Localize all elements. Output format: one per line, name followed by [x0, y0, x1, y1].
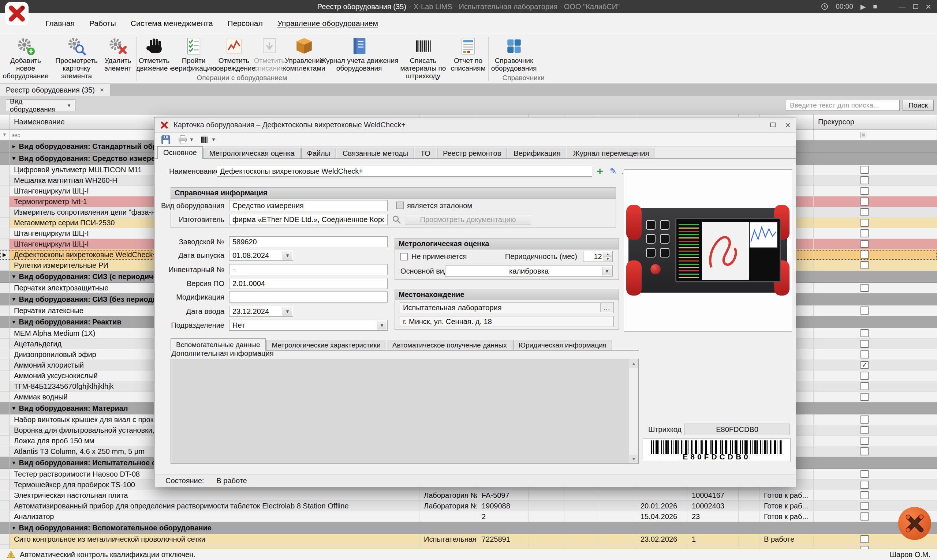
minimize-button[interactable]: — [898, 3, 906, 11]
precursor-checkbox[interactable] [860, 351, 869, 358]
commissioning-date-field[interactable]: 23.12.2024▼ [229, 306, 293, 317]
precursor-checkbox[interactable] [860, 166, 869, 174]
inventory-field[interactable]: - [229, 264, 388, 275]
precursor-checkbox[interactable] [860, 546, 869, 549]
writeoff-report-button[interactable]: Отчет по списаниям [446, 37, 490, 72]
precursor-checkbox[interactable] [860, 447, 869, 455]
search-docs-icon[interactable] [391, 215, 401, 224]
menu-item-works[interactable]: Работы [82, 15, 123, 31]
precursor-checkbox[interactable] [860, 176, 869, 185]
tab-main[interactable]: Основное [157, 146, 203, 159]
extra-info-textarea[interactable]: ▲▼ [171, 359, 639, 464]
expand-icon[interactable]: ▾ [12, 405, 15, 411]
tab-equipment-registry[interactable]: Реестр оборудования (35) × [0, 84, 110, 96]
expand-icon[interactable]: ▾ [12, 296, 15, 303]
menu-item-management-system[interactable]: Система менеджмента [123, 15, 220, 31]
menu-item-equipment-management[interactable]: Управление оборудованием [270, 15, 385, 31]
mark-movement-button[interactable]: Отметить движение ▾ [132, 37, 176, 73]
precursor-checkbox[interactable] [860, 535, 869, 543]
expand-icon[interactable]: ▾ [12, 318, 15, 325]
pass-verification-button[interactable]: Пройти верификацию [171, 37, 217, 72]
menu-item-home[interactable]: Главная [38, 15, 82, 31]
barcode-print-button[interactable]: ▼ [198, 134, 218, 146]
precursor-checkbox[interactable] [860, 340, 869, 348]
dialog-close-button[interactable]: × [785, 120, 791, 130]
location-field[interactable]: Испытательная лаборатория… [400, 302, 614, 313]
precursor-checkbox[interactable] [860, 491, 869, 499]
tab-files[interactable]: Файлы [301, 148, 336, 158]
chevron-down-icon[interactable]: ▼ [282, 251, 292, 260]
scroll-up-icon[interactable]: ▲ [629, 359, 638, 368]
add-equipment-button[interactable]: Добавить новое оборудование [1, 37, 51, 80]
modification-field[interactable] [229, 292, 388, 303]
precursor-checkbox[interactable] [860, 470, 869, 478]
precursor-checkbox[interactable] [860, 284, 869, 292]
expand-icon[interactable]: ▾ [12, 525, 15, 531]
save-button[interactable] [158, 134, 174, 146]
expand-icon[interactable]: ▾ [12, 273, 15, 280]
column-header-precursor[interactable]: Прекурсор [814, 114, 937, 129]
address-field[interactable]: г. Минск, ул. Сенная. д. 18 [400, 316, 614, 327]
ellipsis-button[interactable]: … [600, 303, 613, 312]
tab-close-icon[interactable]: × [100, 86, 104, 94]
writeoff-by-barcode-button[interactable]: Списать материалы по штрихкоду [391, 37, 455, 80]
periodicity-spinner[interactable]: 12▲▼ [583, 251, 613, 262]
maker-field[interactable]: фирма «EТher NDE Ltd.», Соединенное Коро… [229, 214, 388, 225]
main-kind-dropdown[interactable]: калибровка▼ [445, 266, 613, 277]
equipment-directory-button[interactable]: Справочник оборудования [487, 37, 541, 72]
subtab-automatic-data[interactable]: Автоматическое получение данных [387, 340, 512, 351]
type-field[interactable]: Средство измерения [229, 200, 388, 211]
search-button[interactable]: Поиск [903, 100, 934, 111]
tab-movement-journal[interactable]: Журнал перемещения [567, 148, 655, 158]
table-row[interactable]: Сито контрольное из металлической провол… [0, 534, 937, 545]
tab-repairs[interactable]: Реестр ремонтов [437, 148, 507, 158]
precursor-checkbox[interactable] [860, 415, 869, 423]
precursor-checkbox[interactable] [860, 393, 869, 401]
group-row[interactable]: ▾Вид оборудования: Вспомогательное обору… [0, 522, 937, 534]
precursor-checkbox[interactable] [860, 261, 869, 269]
close-button[interactable]: × [926, 1, 931, 12]
precursor-checkbox[interactable] [860, 329, 869, 337]
precursor-checkbox[interactable] [860, 229, 869, 237]
spinner-arrows[interactable]: ▲▼ [604, 252, 612, 261]
precursor-checkbox[interactable] [860, 306, 869, 315]
edit-icon[interactable]: ✎ [607, 166, 619, 177]
tab-verification[interactable]: Верификация [508, 148, 566, 158]
table-row[interactable]: Электрическая настольная плитаЛаборатори… [0, 490, 937, 501]
table-row[interactable]: Автоматизированный прибор для определени… [0, 501, 937, 511]
chevron-down-icon[interactable]: ▼ [377, 321, 387, 329]
precursor-checkbox[interactable] [860, 251, 869, 258]
serial-field[interactable]: 589620 [229, 236, 388, 247]
precursor-checkbox[interactable] [860, 512, 869, 520]
barcode-value-field[interactable]: E80FDCDB0 [684, 423, 790, 435]
tab-linked-methods[interactable]: Связанные методы [337, 148, 414, 158]
timer-stop-button[interactable]: ■ [873, 3, 877, 11]
dialog-maximize-button[interactable] [770, 123, 775, 127]
timer-play-button[interactable]: ▶ [860, 3, 866, 11]
department-dropdown[interactable]: Нет▼ [229, 320, 388, 331]
dialog-titlebar[interactable]: Карточка оборудования – Дефектоскопы вих… [154, 117, 796, 133]
table-row[interactable] [0, 545, 937, 549]
table-row[interactable]: Анализатор215.04.202623Готов к раб... [0, 511, 937, 522]
name-field[interactable]: Дефектоскопы вихретоковые WeldCheck+ [217, 166, 592, 177]
menu-item-personnel[interactable]: Персонал [220, 15, 270, 31]
precursor-checkbox[interactable] [860, 208, 869, 216]
expand-icon[interactable]: ▸ [12, 143, 15, 149]
tab-metrology[interactable]: Метрологическая оценка [203, 148, 301, 158]
software-version-field[interactable]: 2.01.0004 [229, 278, 388, 289]
precursor-checkbox[interactable] [860, 219, 869, 227]
precursor-checkbox[interactable] [860, 187, 869, 195]
subtab-metrological-characteristics[interactable]: Метрологические характеристики [267, 340, 386, 351]
precursor-checkbox[interactable] [860, 197, 869, 206]
print-button[interactable]: ▼ [175, 134, 196, 146]
precursor-checkbox[interactable] [860, 372, 869, 380]
precursor-checkbox[interactable] [860, 502, 869, 510]
subtab-legal-info[interactable]: Юридическая информация [513, 340, 612, 351]
precursor-checkbox[interactable] [860, 426, 869, 434]
expand-icon[interactable]: ▾ [12, 459, 15, 466]
movement-journal-button[interactable]: Журнал учета движения оборудования [320, 37, 399, 72]
chevron-down-icon[interactable]: ▼ [602, 267, 612, 275]
precursor-checkbox[interactable] [860, 240, 869, 248]
expand-icon[interactable]: ▾ [12, 155, 15, 162]
search-input[interactable] [786, 100, 900, 111]
